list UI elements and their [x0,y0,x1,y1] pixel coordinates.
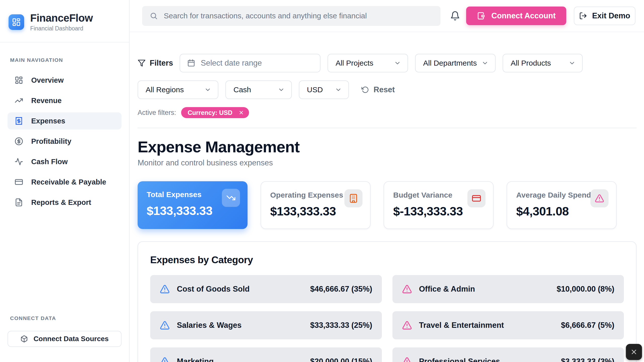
products-select[interactable]: All Products [503,54,583,72]
basis-select[interactable]: Cash [225,80,292,99]
remove-currency-filter-button[interactable] [237,108,246,117]
search-icon [150,12,158,20]
close-icon [630,348,638,356]
expenses-by-category-card: Expenses by Category Cost of Goods Sold … [138,241,636,362]
active-filters-label: Active filters: [138,109,176,117]
stat-icon-box [467,189,486,207]
building-icon [349,194,358,203]
brand-logo-icon [9,14,24,30]
chevron-down-icon [278,86,285,93]
notifications-button[interactable] [450,11,460,21]
budget-variance-card[interactable]: Budget Variance $-133,333.33 [384,181,494,229]
category-row-professional-services[interactable]: Professional Services $3,333.33 (3%) [392,347,624,362]
logout-icon [579,12,587,20]
category-grid: Cost of Goods Sold $46,666.67 (35%) Offi… [150,275,624,362]
chevron-down-icon [335,86,342,93]
products-select-value: All Products [511,59,551,67]
category-value: $3,333.33 (3%) [561,357,614,362]
brand-text: FinanceFlow Financial Dashboard [30,12,93,32]
chevron-down-icon [481,60,489,67]
sidebar-item-label: Receivable & Payable [31,178,106,186]
credit-card-icon [472,194,481,203]
category-value: $6,666.67 (5%) [561,321,614,330]
filter-funnel-icon [138,59,146,67]
sidebar-item-label: Expenses [31,117,65,125]
top-bar: Connect Account Exit Demo [130,0,644,32]
category-row-marketing[interactable]: Marketing $20,000.00 (15%) [150,347,382,362]
brand-block: FinanceFlow Financial Dashboard [0,0,129,42]
chevron-down-icon [394,60,401,67]
expenses-by-category-title: Expenses by Category [150,254,624,265]
category-label: Marketing [177,357,214,362]
category-row-travel-entertainment[interactable]: Travel & Entertainment $6,666.67 (5%) [392,311,624,339]
connect-section-title: CONNECT DATA [8,315,122,321]
exit-demo-button[interactable]: Exit Demo [574,7,635,25]
stat-icon-box [344,189,363,207]
close-overlay-button[interactable] [626,344,642,360]
trending-down-icon [226,193,236,203]
activity-icon [15,157,23,166]
category-value: $10,000.00 (8%) [557,285,614,294]
departments-select[interactable]: All Departments [415,54,496,72]
category-value: $46,666.67 (35%) [310,285,372,294]
credit-card-icon [15,178,23,186]
category-row-salaries-wages[interactable]: Salaries & Wages $33,333.33 (25%) [150,311,382,339]
brand-name: FinanceFlow [30,12,93,24]
sidebar-item-cash-flow[interactable]: Cash Flow [8,153,122,170]
date-range-placeholder: Select date range [201,59,262,68]
package-icon [20,335,28,343]
sidebar: FinanceFlow Financial Dashboard MAIN NAV… [0,0,130,362]
sidebar-item-expenses[interactable]: Expenses [8,112,122,129]
alert-triangle-icon [402,320,412,330]
category-row-office-admin[interactable]: Office & Admin $10,000.00 (8%) [392,275,624,303]
average-daily-spend-card[interactable]: Average Daily Spend $4,301.08 [507,181,617,229]
brand-tagline: Financial Dashboard [30,25,93,32]
chevron-down-icon [204,86,211,93]
operating-expenses-card[interactable]: Operating Expenses $133,333.33 [261,181,371,229]
projects-select[interactable]: All Projects [328,54,408,72]
currency-select[interactable]: USD [299,80,349,99]
chevron-down-icon [569,60,576,67]
currency-filter-chip: Currency: USD [181,107,249,118]
search-input[interactable] [164,12,433,20]
connect-data-sources-button[interactable]: Connect Data Sources [8,331,122,347]
category-label: Travel & Entertainment [419,321,504,330]
sidebar-item-label: Reports & Export [31,198,91,207]
receipt-icon [15,117,23,125]
departments-select-value: All Departments [423,59,477,67]
main-navigation: MAIN NAVIGATION Overview Revenue Expense… [0,42,129,315]
connect-data-sources-label: Connect Data Sources [33,335,109,343]
global-search[interactable] [142,6,440,26]
sidebar-item-revenue[interactable]: Revenue [8,92,122,109]
alert-triangle-icon [402,284,412,294]
alert-triangle-icon [160,284,170,294]
connect-account-button[interactable]: Connect Account [466,7,566,25]
category-row-cost-of-goods-sold[interactable]: Cost of Goods Sold $46,666.67 (35%) [150,275,382,303]
sidebar-item-reports-export[interactable]: Reports & Export [8,194,122,211]
sidebar-item-profitability[interactable]: Profitability [8,133,122,150]
filters-row-2: All Regions Cash USD Reset [138,80,636,99]
bell-icon [450,11,460,21]
sidebar-item-label: Cash Flow [31,158,68,166]
sidebar-item-label: Revenue [31,97,62,105]
regions-select[interactable]: All Regions [138,80,218,99]
alert-triangle-icon [160,320,170,330]
sidebar-item-overview[interactable]: Overview [8,72,122,89]
category-label: Office & Admin [419,285,475,294]
trending-up-icon [15,96,23,105]
reset-label: Reset [374,85,395,94]
date-range-input[interactable]: Select date range [180,54,320,72]
projects-select-value: All Projects [336,59,373,67]
regions-select-value: All Regions [146,85,184,94]
dashboard-icon [15,76,23,84]
dollar-circle-icon [15,137,23,146]
stat-cards: Total Expenses $133,333.33 Operating Exp… [138,181,636,229]
stat-icon-box [590,189,609,207]
sidebar-item-receivable-payable[interactable]: Receivable & Payable [8,173,122,191]
close-icon [238,110,244,115]
connect-data-section: CONNECT DATA Connect Data Sources [0,315,129,362]
total-expenses-card[interactable]: Total Expenses $133,333.33 [138,181,248,229]
reset-filters-button[interactable]: Reset [361,85,395,94]
wallet-icon [477,12,485,20]
currency-chip-label: Currency: USD [188,109,232,116]
